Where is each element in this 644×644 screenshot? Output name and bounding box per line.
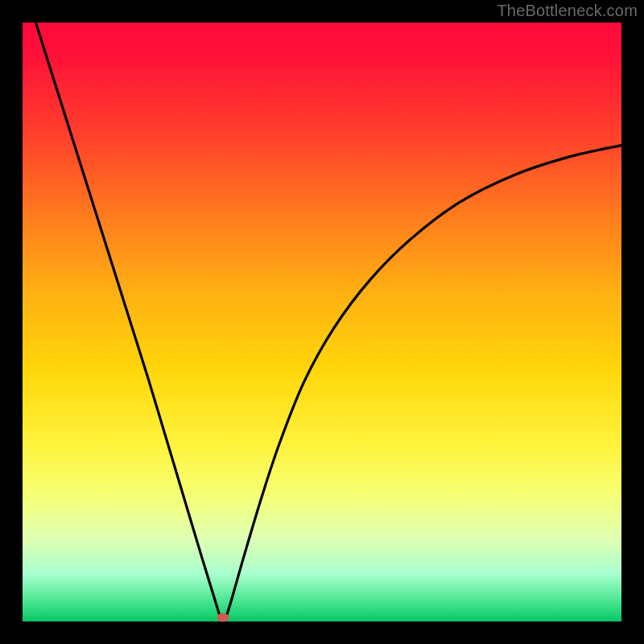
curve-path [23,23,621,621]
bottleneck-curve [23,23,621,621]
chart-frame: TheBottleneck.com [0,0,644,644]
plot-area [23,23,621,621]
minimum-marker [217,613,229,622]
watermark-text: TheBottleneck.com [497,2,638,20]
